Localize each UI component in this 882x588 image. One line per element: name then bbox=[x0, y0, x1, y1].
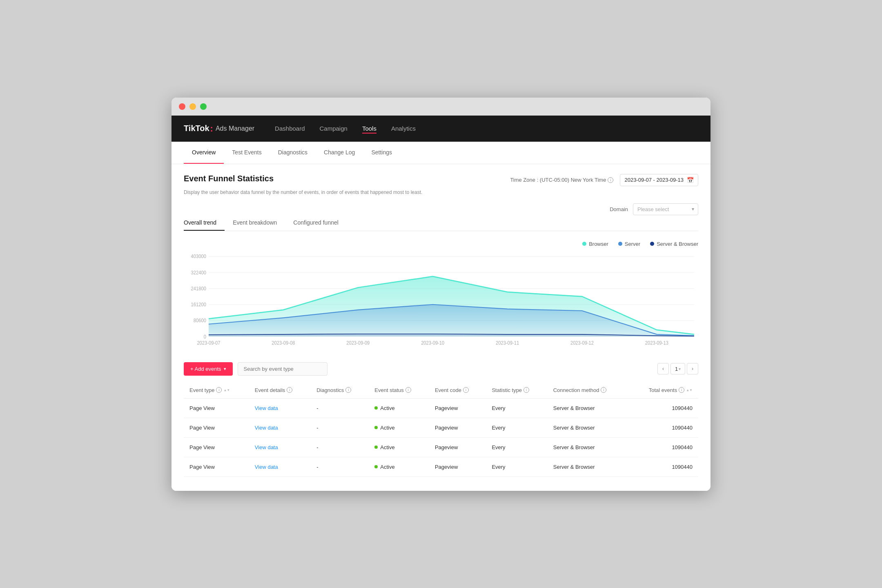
row4-status-text: Active bbox=[380, 464, 394, 470]
col-total-events: Total events i ▲▼ bbox=[629, 382, 698, 399]
col-event-details-label: Event details bbox=[255, 387, 285, 393]
row2-statistic-type: Every bbox=[486, 418, 547, 437]
app-container: TikTok : Ads Manager Dashboard Campaign … bbox=[172, 116, 710, 491]
nav-analytics[interactable]: Analytics bbox=[391, 123, 416, 134]
row3-event-status: Active bbox=[369, 437, 429, 457]
row4-event-code: Pageview bbox=[429, 457, 486, 477]
domain-row: Domain Please select ▾ bbox=[184, 203, 698, 215]
pagination: ‹ 1 ▾ › bbox=[657, 363, 698, 374]
row3-diagnostics: - bbox=[311, 437, 369, 457]
col-event-code: Event code i bbox=[429, 382, 486, 399]
statistic-type-info-icon[interactable]: i bbox=[523, 387, 529, 393]
server-browser-legend-label: Server & Browser bbox=[657, 241, 698, 247]
date-range-picker[interactable]: 2023-09-07 - 2023-09-13 📅 bbox=[620, 174, 698, 186]
domain-select-wrapper: Please select ▾ bbox=[633, 203, 698, 215]
sub-nav-test-events[interactable]: Test Events bbox=[224, 142, 270, 164]
sub-nav-overview[interactable]: Overview bbox=[184, 142, 224, 164]
col-event-status: Event status i bbox=[369, 382, 429, 399]
minimize-dot[interactable] bbox=[189, 103, 196, 110]
search-input[interactable] bbox=[238, 362, 327, 376]
svg-text:241800: 241800 bbox=[191, 286, 206, 291]
browser-legend-dot bbox=[582, 242, 586, 246]
table-row: Page View View data - Active Pageview Ev… bbox=[184, 437, 698, 457]
event-code-info-icon[interactable]: i bbox=[463, 387, 469, 393]
server-legend-label: Server bbox=[625, 241, 640, 247]
chart-container: 403000 322400 241800 161200 80600 0 bbox=[184, 252, 698, 350]
timezone-text: Time Zone : (UTC-05:00) New York Time bbox=[510, 177, 606, 183]
row1-view-data-link[interactable]: View data bbox=[255, 405, 278, 411]
col-event-details: Event details i bbox=[249, 382, 311, 399]
legend-server-browser: Server & Browser bbox=[650, 241, 698, 247]
table-body: Page View View data - Active Pageview Ev… bbox=[184, 398, 698, 477]
next-page-button[interactable]: › bbox=[687, 363, 698, 374]
row1-event-type: Page View bbox=[184, 398, 249, 418]
svg-text:2023-09-07: 2023-09-07 bbox=[197, 340, 220, 345]
total-events-sort-icon[interactable]: ▲▼ bbox=[686, 388, 693, 392]
svg-text:2023-09-11: 2023-09-11 bbox=[496, 340, 519, 345]
prev-page-button[interactable]: ‹ bbox=[657, 363, 669, 374]
row3-connection-method: Server & Browser bbox=[548, 437, 629, 457]
table-row: Page View View data - Active Pageview Ev… bbox=[184, 398, 698, 418]
svg-text:0: 0 bbox=[204, 334, 206, 339]
row1-connection-method: Server & Browser bbox=[548, 398, 629, 418]
row4-view-data-link[interactable]: View data bbox=[255, 464, 278, 470]
nav-links: Dashboard Campaign Tools Analytics bbox=[275, 123, 416, 134]
tab-event-breakdown[interactable]: Event breakdown bbox=[225, 215, 285, 231]
row3-event-details: View data bbox=[249, 437, 311, 457]
sub-nav-settings[interactable]: Settings bbox=[363, 142, 400, 164]
add-events-dropdown-icon: ▾ bbox=[224, 366, 226, 372]
server-legend-dot bbox=[618, 242, 622, 246]
nav-tools[interactable]: Tools bbox=[362, 123, 376, 134]
row1-status-dot bbox=[374, 406, 378, 410]
col-statistic-type: Statistic type i bbox=[486, 382, 547, 399]
event-type-info-icon[interactable]: i bbox=[216, 387, 222, 393]
stats-description: Display the user behavior data funnel by… bbox=[184, 189, 698, 195]
logo-tiktok: TikTok bbox=[184, 124, 209, 133]
col-connection-method: Connection method i bbox=[548, 382, 629, 399]
logo: TikTok : Ads Manager bbox=[184, 123, 254, 134]
row2-view-data-link[interactable]: View data bbox=[255, 425, 278, 431]
svg-text:161200: 161200 bbox=[191, 302, 206, 307]
table-row: Page View View data - Active Pageview Ev… bbox=[184, 457, 698, 477]
svg-text:2023-09-12: 2023-09-12 bbox=[570, 340, 594, 345]
svg-text:2023-09-08: 2023-09-08 bbox=[272, 340, 295, 345]
connection-method-info-icon[interactable]: i bbox=[601, 387, 606, 393]
tab-overall-trend[interactable]: Overall trend bbox=[184, 215, 225, 231]
close-dot[interactable] bbox=[179, 103, 185, 110]
diagnostics-info-icon[interactable]: i bbox=[345, 387, 351, 393]
maximize-dot[interactable] bbox=[200, 103, 207, 110]
page-number: 1 bbox=[675, 366, 678, 372]
row3-status-text: Active bbox=[380, 444, 394, 450]
svg-text:80600: 80600 bbox=[194, 318, 206, 323]
row1-diagnostics: - bbox=[311, 398, 369, 418]
timezone-info-icon[interactable]: i bbox=[608, 177, 613, 183]
header-right: Time Zone : (UTC-05:00) New York Time i … bbox=[510, 174, 698, 186]
row4-statistic-type: Every bbox=[486, 457, 547, 477]
tab-configured-funnel[interactable]: Configured funnel bbox=[285, 215, 347, 231]
sub-nav-diagnostics[interactable]: Diagnostics bbox=[270, 142, 316, 164]
row4-connection-method: Server & Browser bbox=[548, 457, 629, 477]
col-total-events-label: Total events bbox=[649, 387, 677, 393]
add-events-button[interactable]: + Add events ▾ bbox=[184, 362, 233, 376]
domain-select[interactable]: Please select bbox=[633, 203, 698, 215]
event-status-info-icon[interactable]: i bbox=[405, 387, 411, 393]
current-page: 1 ▾ bbox=[670, 363, 685, 374]
sub-nav-change-log[interactable]: Change Log bbox=[316, 142, 363, 164]
domain-label: Domain bbox=[610, 206, 628, 212]
event-details-info-icon[interactable]: i bbox=[287, 387, 292, 393]
row2-event-status: Active bbox=[369, 418, 429, 437]
col-connection-method-label: Connection method bbox=[553, 387, 599, 393]
row2-status-text: Active bbox=[380, 425, 394, 431]
row3-total-events: 1090440 bbox=[629, 437, 698, 457]
nav-dashboard[interactable]: Dashboard bbox=[275, 123, 305, 134]
top-nav: TikTok : Ads Manager Dashboard Campaign … bbox=[172, 116, 710, 142]
stats-header: Event Funnel Statistics Time Zone : (UTC… bbox=[184, 174, 698, 186]
row1-status-text: Active bbox=[380, 405, 394, 411]
nav-campaign[interactable]: Campaign bbox=[320, 123, 347, 134]
server-browser-legend-dot bbox=[650, 242, 654, 246]
row3-view-data-link[interactable]: View data bbox=[255, 444, 278, 450]
event-type-sort-icon[interactable]: ▲▼ bbox=[223, 388, 230, 392]
col-diagnostics-label: Diagnostics bbox=[316, 387, 344, 393]
browser-titlebar bbox=[172, 98, 710, 116]
total-events-info-icon[interactable]: i bbox=[679, 387, 684, 393]
